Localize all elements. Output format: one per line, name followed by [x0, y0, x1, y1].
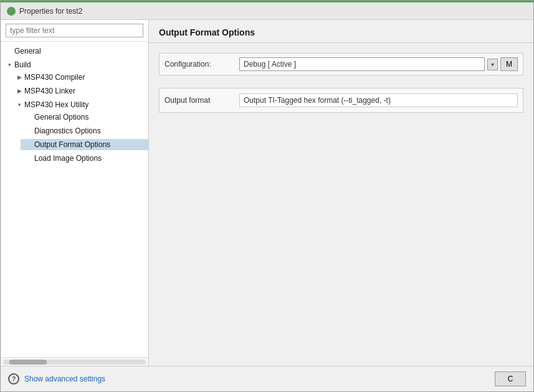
tree-expand-icon-build: ▾	[6, 62, 13, 68]
panel-header: Output Format Options	[149, 20, 533, 43]
tree-item-build[interactable]: ▾ Build ▶ MSP430 Compiler	[1, 58, 148, 168]
tree-item-output-format-options-label[interactable]: Output Format Options	[21, 139, 148, 150]
tree-item-general-options[interactable]: General Options	[21, 110, 148, 124]
panel-body: Configuration: Debug [ Active ] ▾ M Outp…	[149, 43, 533, 366]
filter-wrapper	[1, 20, 148, 42]
properties-window: Properties for test2 General	[0, 0, 534, 392]
tree-item-msp430-compiler[interactable]: ▶ MSP430 Compiler	[11, 70, 148, 84]
tree-item-general-label[interactable]: General	[1, 45, 148, 57]
window-icon	[7, 7, 16, 16]
tree-item-msp430-linker-label[interactable]: ▶ MSP430 Linker	[11, 85, 148, 97]
tree-item-build-text: Build	[14, 60, 31, 69]
manage-configurations-button[interactable]: M	[500, 57, 518, 71]
tree-item-output-format-options[interactable]: Output Format Options	[21, 138, 148, 151]
cancel-button[interactable]: C	[495, 371, 526, 386]
footer: ? Show advanced settings C	[1, 366, 533, 391]
tree-item-general-options-text: General Options	[34, 113, 88, 122]
window-title: Properties for test2	[19, 7, 82, 16]
right-panel: Output Format Options Configuration: Deb…	[149, 20, 533, 366]
tree-item-load-image-options-text: Load Image Options	[34, 154, 102, 163]
output-format-label: Output format	[164, 96, 239, 105]
tree-item-general-options-label[interactable]: General Options	[21, 112, 148, 123]
sidebar: General ▾ Build ▶	[1, 20, 149, 366]
configuration-select-wrapper: Debug [ Active ] ▾ M	[239, 57, 518, 71]
footer-left: ? Show advanced settings	[8, 373, 105, 385]
tree-item-msp430-compiler-label[interactable]: ▶ MSP430 Compiler	[11, 72, 148, 83]
configuration-row: Configuration: Debug [ Active ] ▾ M	[159, 53, 523, 75]
title-bar: Properties for test2	[1, 2, 533, 20]
tree-expand-icon-compiler: ▶	[16, 74, 23, 80]
tree-expand-icon-linker: ▶	[16, 88, 23, 94]
tree: General ▾ Build ▶	[1, 42, 148, 357]
tree-item-output-format-options-text: Output Format Options	[34, 140, 110, 149]
tree-item-msp430-linker-text: MSP430 Linker	[24, 87, 75, 95]
tree-item-general-text: General	[14, 47, 41, 55]
help-icon[interactable]: ?	[8, 373, 19, 385]
panel-title: Output Format Options	[159, 27, 255, 37]
sidebar-hscrollbar-area	[1, 357, 148, 366]
tree-hex-utility-children: General Options Diagnostics Options	[11, 110, 148, 165]
tree-item-general[interactable]: General	[1, 44, 148, 58]
tree-item-diagnostics-options-label[interactable]: Diagnostics Options	[21, 125, 148, 136]
configuration-dropdown-arrow[interactable]: ▾	[487, 59, 498, 70]
show-advanced-settings-link[interactable]: Show advanced settings	[24, 375, 105, 383]
tree-item-build-label[interactable]: ▾ Build	[1, 59, 148, 70]
sidebar-hscrollbar[interactable]	[3, 360, 146, 365]
filter-input[interactable]	[6, 24, 143, 37]
footer-right: C	[495, 371, 526, 386]
tree-expand-icon-hex-utility: ▾	[16, 102, 23, 108]
configuration-label: Configuration:	[164, 60, 239, 69]
tree-build-children: ▶ MSP430 Compiler ▶ MSP430 Linker	[1, 70, 148, 166]
tree-item-diagnostics-options[interactable]: Diagnostics Options	[21, 124, 148, 138]
tree-item-msp430-compiler-text: MSP430 Compiler	[24, 73, 85, 82]
tree-item-diagnostics-options-text: Diagnostics Options	[34, 127, 101, 135]
tree-item-load-image-options[interactable]: Load Image Options	[21, 151, 148, 165]
tree-item-msp430-hex-utility[interactable]: ▾ MSP430 Hex Utility General Options	[11, 98, 148, 166]
tree-item-msp430-linker[interactable]: ▶ MSP430 Linker	[11, 84, 148, 98]
tree-item-msp430-hex-utility-text: MSP430 Hex Utility	[24, 100, 88, 109]
configuration-select[interactable]: Debug [ Active ]	[239, 57, 485, 71]
main-content: General ▾ Build ▶	[1, 20, 533, 366]
tree-item-load-image-options-label[interactable]: Load Image Options	[21, 153, 148, 164]
tree-item-msp430-hex-utility-label[interactable]: ▾ MSP430 Hex Utility	[11, 99, 148, 110]
sidebar-hscrollbar-thumb[interactable]	[9, 360, 47, 365]
output-format-row: Output format Output TI-Tagged hex forma…	[159, 88, 523, 113]
output-format-value: Output TI-Tagged hex format (--ti_tagged…	[239, 93, 518, 107]
